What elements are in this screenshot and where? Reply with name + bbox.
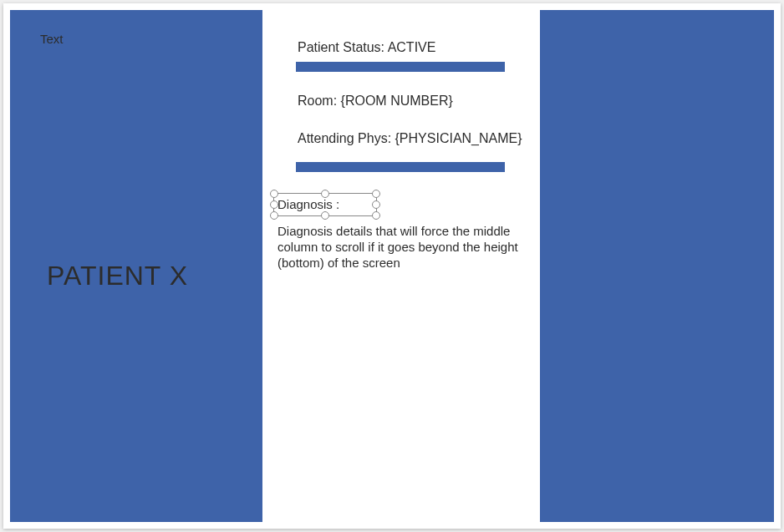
resize-handle-mid-right[interactable]: [372, 200, 380, 209]
physician-line[interactable]: Attending Phys: {PHYSICIAN_NAME}: [298, 131, 522, 146]
diagnosis-details-text[interactable]: Diagnosis details that will force the mi…: [277, 224, 522, 271]
physician-value: {PHYSICIAN_NAME}: [395, 131, 522, 145]
status-prefix: Patient Status:: [298, 40, 388, 54]
diagnosis-label-textbox-selected[interactable]: Diagnosis :: [273, 193, 377, 216]
resize-handle-mid-left[interactable]: [270, 200, 278, 209]
center-column: Patient Status: ACTIVE Room: {ROOM NUMBE…: [262, 10, 540, 522]
room-value: {ROOM NUMBER}: [341, 94, 453, 108]
room-line[interactable]: Room: {ROOM NUMBER}: [298, 94, 453, 109]
slide-canvas[interactable]: Text PATIENT X Patient Status: ACTIVE Ro…: [10, 10, 774, 522]
patient-status-line[interactable]: Patient Status: ACTIVE: [298, 40, 435, 55]
left-placeholder-text[interactable]: Text: [40, 32, 64, 46]
resize-handle-top-left[interactable]: [270, 190, 278, 198]
resize-handle-top-center[interactable]: [321, 190, 329, 198]
diagnosis-label: Diagnosis :: [277, 197, 339, 211]
divider-bar-middle: [296, 162, 505, 172]
resize-handle-top-right[interactable]: [372, 190, 380, 198]
room-prefix: Room:: [298, 94, 341, 108]
physician-prefix: Attending Phys:: [298, 131, 395, 145]
resize-handle-bottom-center[interactable]: [321, 211, 329, 220]
right-column-panel: [540, 10, 774, 522]
divider-bar-top: [296, 62, 505, 72]
resize-handle-bottom-right[interactable]: [372, 211, 380, 220]
left-column-panel: Text PATIENT X: [10, 10, 262, 522]
resize-handle-bottom-left[interactable]: [270, 211, 278, 220]
status-value: ACTIVE: [388, 40, 436, 54]
patient-title[interactable]: PATIENT X: [47, 261, 188, 291]
document-frame: Text PATIENT X Patient Status: ACTIVE Ro…: [3, 3, 781, 529]
